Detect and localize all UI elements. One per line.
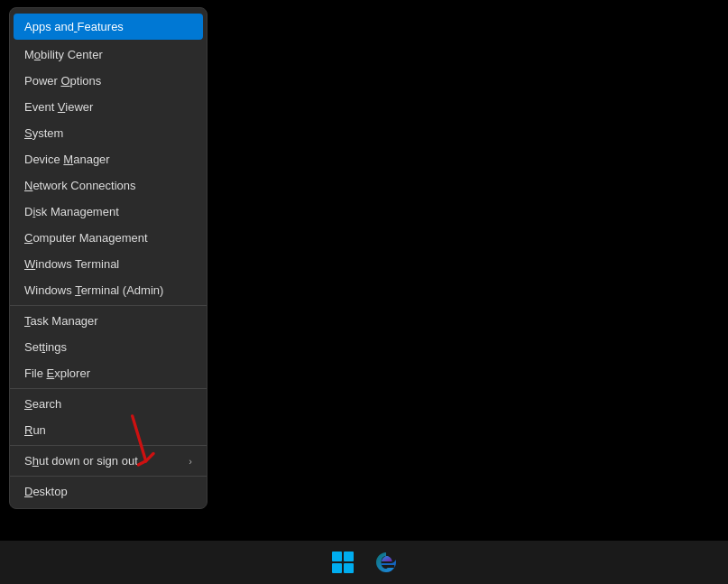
menu-item-label: File Explorer	[24, 366, 90, 380]
menu-item-disk-management[interactable]: Disk Management	[10, 199, 207, 225]
menu-item-event-viewer[interactable]: Event Viewer	[10, 94, 207, 120]
menu-item-windows-terminal[interactable]: Windows Terminal	[10, 251, 207, 277]
menu-item-computer-management[interactable]: Computer Management	[10, 225, 207, 251]
menu-divider	[10, 445, 207, 446]
menu-item-label: Network Connections	[24, 179, 136, 192]
edge-button[interactable]	[366, 542, 406, 582]
menu-item-task-manager[interactable]: Task Manager	[10, 308, 207, 334]
menu-item-mobility-center[interactable]: Mobility Center	[10, 42, 207, 68]
menu-item-label: Disk Management	[24, 205, 119, 218]
menu-divider	[10, 388, 207, 389]
menu-item-apps-features[interactable]: Apps and Features	[14, 14, 203, 40]
menu-item-label: Settings	[24, 340, 67, 354]
menu-item-label: System	[24, 126, 63, 140]
menu-item-system[interactable]: System	[10, 120, 207, 146]
submenu-chevron-icon: ›	[189, 456, 192, 467]
menu-item-search[interactable]: Search	[10, 391, 207, 417]
svg-rect-6	[332, 563, 342, 573]
menu-item-windows-terminal-admin[interactable]: Windows Terminal (Admin)	[10, 277, 207, 303]
menu-item-label: Mobility Center	[24, 48, 103, 61]
menu-divider	[10, 305, 207, 306]
menu-item-label: Task Manager	[24, 314, 98, 328]
menu-item-label: Device Manager	[24, 153, 110, 166]
taskbar	[0, 541, 728, 584]
edge-logo-icon	[373, 550, 399, 575]
menu-item-label: Power Options	[24, 74, 101, 88]
menu-item-label: Windows Terminal (Admin)	[24, 283, 163, 297]
menu-item-label: Event Viewer	[24, 100, 93, 114]
menu-item-device-manager[interactable]: Device Manager	[10, 146, 207, 172]
menu-item-label: Run	[24, 423, 46, 437]
menu-item-label: Apps and Features	[24, 20, 124, 33]
menu-item-settings[interactable]: Settings	[10, 334, 207, 360]
menu-item-label: Computer Management	[24, 231, 148, 245]
menu-item-label: Windows Terminal	[24, 257, 119, 271]
windows-logo-icon	[330, 550, 355, 575]
svg-rect-5	[344, 552, 354, 561]
context-menu: Apps and FeaturesMobility CenterPower Op…	[9, 7, 207, 509]
menu-item-run[interactable]: Run	[10, 417, 207, 443]
menu-item-file-explorer[interactable]: File Explorer	[10, 360, 207, 386]
svg-rect-4	[332, 552, 342, 561]
menu-item-desktop[interactable]: Desktop	[10, 478, 207, 505]
menu-item-network-connections[interactable]: Network Connections	[10, 172, 207, 199]
menu-item-label: Shut down or sign out	[24, 454, 138, 468]
menu-item-shut-down[interactable]: Shut down or sign out›	[10, 448, 207, 474]
menu-divider	[10, 476, 207, 477]
start-button[interactable]	[323, 542, 363, 582]
menu-item-label: Search	[24, 397, 61, 411]
menu-item-power-options[interactable]: Power Options	[10, 68, 207, 94]
menu-item-label: Desktop	[24, 485, 68, 498]
svg-rect-7	[344, 563, 354, 573]
